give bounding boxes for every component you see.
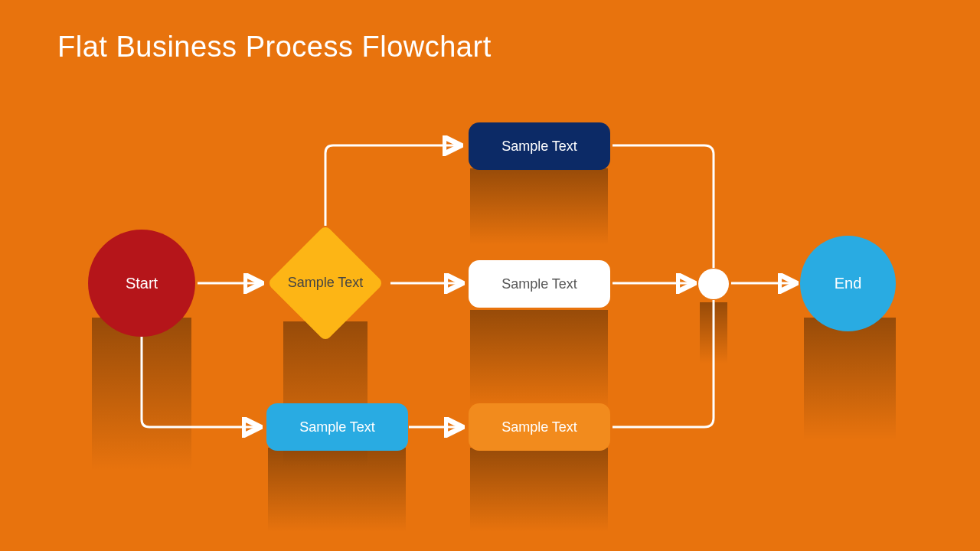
start-label: Start bbox=[126, 275, 158, 292]
process-mid-label: Sample Text bbox=[501, 276, 577, 292]
end-label: End bbox=[835, 275, 862, 292]
shadow bbox=[92, 318, 191, 471]
shadow bbox=[700, 302, 727, 364]
decision-node: Sample Text bbox=[268, 226, 383, 341]
process-node-bottom-right: Sample Text bbox=[469, 403, 610, 451]
process-br-label: Sample Text bbox=[501, 419, 577, 435]
shadow bbox=[470, 310, 608, 409]
shadow bbox=[268, 448, 406, 532]
process-node-bottom-left: Sample Text bbox=[266, 403, 408, 451]
flowchart-canvas: Flat Business Process Flowchart bbox=[0, 0, 980, 551]
shadow bbox=[804, 318, 896, 440]
shadow bbox=[470, 448, 608, 532]
process-node-mid: Sample Text bbox=[469, 260, 610, 308]
end-node: End bbox=[800, 236, 896, 331]
slide-title: Flat Business Process Flowchart bbox=[57, 31, 492, 64]
process-bl-label: Sample Text bbox=[299, 419, 375, 435]
shadow bbox=[470, 168, 608, 245]
junction-node bbox=[698, 269, 729, 299]
process-top-label: Sample Text bbox=[501, 139, 577, 155]
decision-label: Sample Text bbox=[283, 275, 368, 292]
start-node: Start bbox=[88, 230, 195, 337]
process-node-top: Sample Text bbox=[469, 122, 610, 170]
